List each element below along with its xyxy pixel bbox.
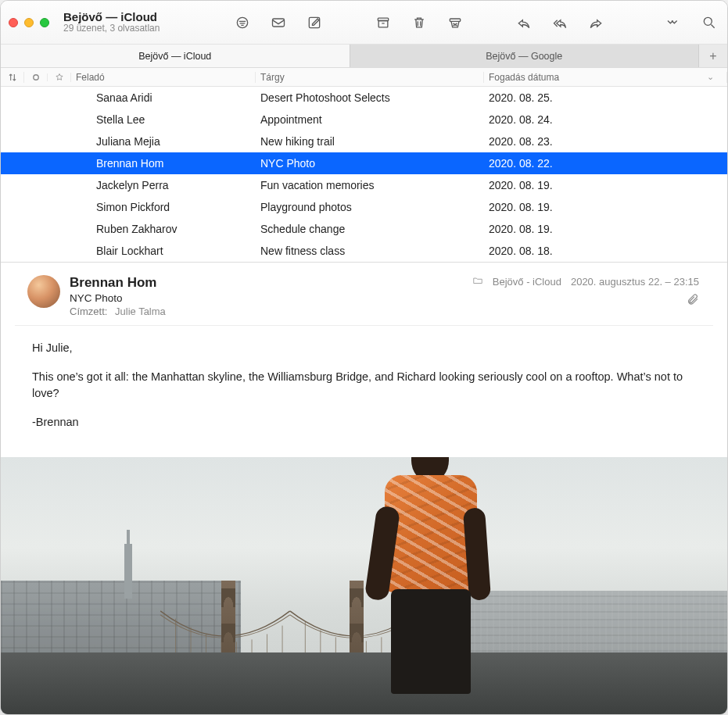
svg-rect-4 xyxy=(378,20,388,27)
unread-column-icon[interactable] xyxy=(24,73,48,81)
row-from: Brennan Hom xyxy=(71,157,256,170)
attachment-icon[interactable] xyxy=(687,293,699,308)
svg-rect-1 xyxy=(273,19,285,27)
flag-column-icon[interactable] xyxy=(48,73,71,82)
new-tab-button[interactable]: + xyxy=(699,45,727,67)
svg-point-6 xyxy=(704,17,712,25)
row-from: Jackelyn Perra xyxy=(71,179,256,191)
avatar xyxy=(27,275,60,308)
window-title-block: Bejövő — iCloud 29 üzenet, 3 olvasatlan xyxy=(63,10,196,34)
row-subject: Playground photos xyxy=(256,201,484,213)
message-preview-header: Brennan Hom NYC Photo Címzett: Julie Tal… xyxy=(15,266,713,326)
preview-sender: Brennan Hom xyxy=(70,275,166,291)
tab-inbox-icloud[interactable]: Bejövő — iCloud xyxy=(1,45,350,67)
attachment-image[interactable] xyxy=(1,457,727,714)
svg-point-7 xyxy=(33,74,38,79)
chevron-down-icon: ⌄ xyxy=(707,72,714,82)
mail-window: Bejövő — iCloud 29 üzenet, 3 olvasatlan xyxy=(0,0,728,715)
row-from: Simon Pickford xyxy=(71,201,256,213)
message-row[interactable]: Sanaa AridiDesert Photoshoot Selects2020… xyxy=(1,87,727,109)
compose-icon[interactable] xyxy=(304,14,325,31)
forward-icon[interactable] xyxy=(586,14,606,31)
column-from[interactable]: Feladó xyxy=(71,72,256,83)
row-date: 2020. 08. 25. xyxy=(484,91,727,104)
svg-point-0 xyxy=(237,17,247,27)
message-row[interactable]: Blair LockhartNew fitness class2020. 08.… xyxy=(1,240,727,262)
tab-bar: Bejövő — iCloud Bejövő — Google + xyxy=(1,45,727,68)
column-date-label: Fogadás dátuma xyxy=(489,72,559,83)
row-from: Stella Lee xyxy=(71,113,256,126)
junk-icon[interactable] xyxy=(445,14,465,31)
window-controls xyxy=(9,18,49,27)
message-row[interactable]: Jackelyn PerraFun vacation memories2020.… xyxy=(1,174,727,196)
folder-icon xyxy=(472,275,483,288)
column-date[interactable]: Fogadás dátuma ⌄ xyxy=(484,72,727,83)
row-date: 2020. 08. 24. xyxy=(484,113,727,126)
fullscreen-window-button[interactable] xyxy=(40,18,49,27)
row-date: 2020. 08. 18. xyxy=(484,245,727,257)
preview-recipient: Címzett: Julie Talma xyxy=(70,306,166,317)
search-icon[interactable] xyxy=(699,14,719,31)
get-mail-icon[interactable] xyxy=(268,14,289,31)
preview-timestamp: 2020. augusztus 22. – 23:15 xyxy=(571,276,699,288)
toolbar xyxy=(232,14,606,31)
row-date: 2020. 08. 19. xyxy=(484,223,727,235)
row-date: 2020. 08. 19. xyxy=(484,201,727,213)
close-window-button[interactable] xyxy=(9,18,18,27)
sort-toggle-icon[interactable] xyxy=(1,72,24,83)
row-subject: New fitness class xyxy=(256,245,484,257)
row-subject: New hiking trail xyxy=(256,135,484,148)
message-row[interactable]: Simon PickfordPlayground photos2020. 08.… xyxy=(1,196,727,218)
body-paragraph: Hi Julie, xyxy=(32,340,705,356)
message-row[interactable]: Ruben ZakharovSchedule change2020. 08. 1… xyxy=(1,218,727,240)
window-title: Bejövő — iCloud xyxy=(63,10,196,23)
svg-rect-5 xyxy=(450,19,460,21)
row-date: 2020. 08. 19. xyxy=(484,179,727,191)
message-row[interactable]: Brennan HomNYC Photo2020. 08. 22. xyxy=(1,152,727,174)
row-from: Juliana Mejia xyxy=(71,135,256,148)
reply-icon[interactable] xyxy=(514,14,534,31)
row-subject: Schedule change xyxy=(256,223,484,235)
to-name: Julie Talma xyxy=(115,306,166,317)
row-subject: Appointment xyxy=(256,113,484,126)
row-subject: Desert Photoshoot Selects xyxy=(256,91,484,104)
reply-all-icon[interactable] xyxy=(550,14,570,31)
message-body: Hi Julie, This one’s got it all: the Man… xyxy=(1,326,727,457)
row-subject: NYC Photo xyxy=(256,157,484,170)
row-date: 2020. 08. 23. xyxy=(484,135,727,148)
titlebar: Bejövő — iCloud 29 üzenet, 3 olvasatlan xyxy=(1,1,727,45)
window-subtitle: 29 üzenet, 3 olvasatlan xyxy=(63,23,196,34)
to-label: Címzett: xyxy=(70,306,107,317)
message-list-header: Feladó Tárgy Fogadás dátuma ⌄ xyxy=(1,68,727,87)
body-paragraph: This one’s got it all: the Manhattan sky… xyxy=(32,369,705,402)
filter-icon[interactable] xyxy=(232,14,253,31)
message-row[interactable]: Juliana MejiaNew hiking trail2020. 08. 2… xyxy=(1,130,727,152)
archive-icon[interactable] xyxy=(373,14,393,31)
column-subject[interactable]: Tárgy xyxy=(256,72,484,83)
row-from: Sanaa Aridi xyxy=(71,91,256,104)
tab-inbox-google[interactable]: Bejövő — Google xyxy=(350,45,700,67)
preview-subject: NYC Photo xyxy=(70,292,166,304)
preview-folder: Bejövő - iCloud xyxy=(493,276,561,288)
row-from: Ruben Zakharov xyxy=(71,223,256,235)
row-from: Blair Lockhart xyxy=(71,245,256,257)
more-icon[interactable] xyxy=(662,14,682,31)
delete-icon[interactable] xyxy=(409,14,429,31)
minimize-window-button[interactable] xyxy=(24,18,34,27)
row-subject: Fun vacation memories xyxy=(256,179,484,191)
body-paragraph: -Brennan xyxy=(32,414,705,431)
message-row[interactable]: Stella LeeAppointment2020. 08. 24. xyxy=(1,109,727,130)
row-date: 2020. 08. 22. xyxy=(484,157,727,170)
message-list: Sanaa AridiDesert Photoshoot Selects2020… xyxy=(1,87,727,263)
